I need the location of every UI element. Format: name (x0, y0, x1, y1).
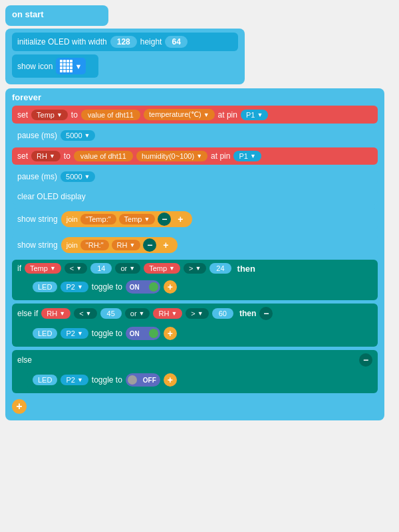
join-pill-1: join "Temp:" Temp▼ − + (61, 211, 193, 227)
set-label-1: set (17, 110, 28, 120)
chevron-down-icon: ▼ (74, 62, 82, 70)
then-label: then (237, 264, 255, 274)
on-start-block: on start (5, 5, 108, 26)
led-label-1: LED (33, 282, 57, 292)
join-pill-2: join "RH:" RH▼ − + (61, 237, 178, 253)
toggle-on-1[interactable]: ON (126, 280, 160, 294)
if-or-dropdown[interactable]: or▼ (115, 263, 140, 274)
toggle-thumb-2 (149, 329, 158, 338)
bottom-add-row: + (12, 398, 378, 414)
pause-row-1: pause (ms) 5000▼ (12, 127, 378, 144)
led-label-3: LED (33, 375, 57, 385)
set-label-2: set (17, 151, 28, 161)
show-icon-text: show icon (17, 62, 53, 71)
if-var1-dropdown[interactable]: Temp▼ (25, 263, 61, 274)
pin-dropdown-1[interactable]: P1▼ (241, 110, 268, 120)
toggle-to-label-1: toggle to (92, 282, 122, 292)
join-minus-btn-1[interactable]: − (158, 213, 171, 226)
else-label: else (17, 355, 32, 365)
set-temp-row: set Temp▼ to value of dht11 temperature(… (12, 106, 378, 124)
led-label-2: LED (33, 328, 57, 339)
else-if-led-row: LED P2▼ toggle to ON + (27, 323, 372, 343)
else-if-op1-dropdown[interactable]: <▼ (74, 308, 96, 319)
show-string-row-2: show string join "RH:" RH▼ − + (12, 234, 378, 256)
toggle-to-label-3: toggle to (92, 375, 122, 385)
toggle-state-label-1: ON (130, 284, 140, 291)
pause-label-1: pause (ms) (17, 131, 57, 140)
led-plus-btn-1[interactable]: + (164, 280, 177, 294)
else-if-block: else if RH▼ <▼ 45 or▼ RH▼ >▼ 60 then (12, 304, 378, 347)
led-plus-btn-2[interactable]: + (164, 327, 177, 340)
oled-height-value[interactable]: 64 (165, 36, 187, 48)
pin-dropdown-2[interactable]: P1▼ (233, 151, 261, 161)
pause-value-dropdown-2[interactable]: 5000▼ (61, 171, 95, 182)
rh-var-join-dropdown[interactable]: RH▼ (112, 240, 141, 250)
else-if-val1[interactable]: 45 (100, 308, 122, 319)
if-var2-dropdown[interactable]: Temp▼ (144, 263, 180, 274)
else-if-var1-dropdown[interactable]: RH▼ (41, 308, 70, 319)
init-oled-text: initialize OLED with width (17, 37, 107, 46)
icon-grid-button[interactable]: ▼ (56, 58, 86, 74)
else-if-label: else if (17, 309, 38, 318)
toggle-state-label-3: OFF (143, 377, 156, 384)
height-label: height (140, 37, 162, 46)
toggle-thumb-3 (128, 375, 137, 385)
show-icon-row: show icon ▼ (12, 54, 98, 78)
set-rh-row: set RH▼ to value of dht11 humidity(0~100… (12, 147, 378, 165)
join-plus-btn-2[interactable]: + (159, 238, 172, 252)
toggle-to-label-2: toggle to (92, 329, 122, 338)
led-pin-dropdown-1[interactable]: P2▼ (61, 282, 88, 292)
else-block: else − LED P2▼ toggle to OFF + (12, 350, 378, 393)
grid-icon (60, 60, 72, 72)
join-minus-btn-2[interactable]: − (143, 238, 156, 252)
else-if-then-label: then (239, 309, 256, 318)
led-pin-dropdown-3[interactable]: P2▼ (61, 375, 88, 385)
else-if-op2-dropdown[interactable]: >▼ (186, 308, 208, 319)
rh-string-value[interactable]: "RH:" (80, 240, 109, 250)
join-plus-btn-1[interactable]: + (174, 213, 187, 226)
else-if-condition-row: else if RH▼ <▼ 45 or▼ RH▼ >▼ 60 then (17, 307, 372, 320)
else-row: else − (17, 353, 372, 367)
main-block-container: on start initialize OLED with width 128 … (5, 5, 394, 420)
pause-value-dropdown-1[interactable]: 5000▼ (61, 130, 95, 141)
forever-label: forever (12, 92, 378, 102)
dht11-temp-pill: value of dht11 (81, 110, 140, 120)
else-if-val2[interactable]: 60 (212, 308, 233, 319)
rh-var-dropdown[interactable]: RH▼ (31, 151, 61, 161)
toggle-on-2[interactable]: ON (126, 327, 160, 340)
if-val1[interactable]: 14 (90, 263, 112, 274)
if-condition-row: if Temp▼ <▼ 14 or▼ Temp▼ >▼ 24 then (17, 263, 372, 274)
at-pin-label-2: at pin (211, 151, 230, 161)
clear-oled-text: clear OLED display (17, 192, 86, 201)
toggle-thumb-1 (149, 282, 158, 292)
else-if-minus-btn[interactable]: − (259, 307, 273, 320)
sensor-type-dropdown[interactable]: temperature(℃)▼ (144, 109, 215, 120)
on-start-label: on start (12, 9, 102, 19)
to-label-1: to (71, 110, 78, 120)
to-label-2: to (64, 151, 70, 161)
temp-string-value[interactable]: "Temp:" (80, 214, 116, 224)
else-led-row: LED P2▼ toggle to OFF + (27, 370, 372, 390)
show-string-label-1: show string (17, 215, 58, 224)
else-minus-btn[interactable]: − (359, 353, 372, 367)
led-plus-btn-3[interactable]: + (164, 373, 177, 387)
temp-var-join-dropdown[interactable]: Temp▼ (119, 214, 156, 224)
add-block-btn[interactable]: + (12, 399, 27, 414)
dht11-rh-pill: value of dht11 (74, 151, 133, 161)
sensor-type-dropdown-2[interactable]: humidity(0~100)▼ (136, 151, 207, 161)
if-block: if Temp▼ <▼ 14 or▼ Temp▼ >▼ 24 then (12, 260, 378, 300)
pause-label-2: pause (ms) (17, 172, 57, 181)
if-val2[interactable]: 24 (209, 263, 231, 274)
forever-block: forever set Temp▼ to value of dht11 temp… (5, 88, 384, 420)
show-string-row-1: show string join "Temp:" Temp▼ − + (12, 208, 378, 230)
if-op2-dropdown[interactable]: >▼ (184, 263, 206, 274)
init-oled-row: initialize OLED with width 128 height 64 (12, 33, 238, 51)
else-if-or-dropdown[interactable]: or▼ (125, 308, 150, 319)
toggle-state-label-2: ON (130, 330, 140, 337)
toggle-off-3[interactable]: OFF (126, 373, 160, 387)
led-pin-dropdown-2[interactable]: P2▼ (61, 328, 88, 339)
temp-var-dropdown[interactable]: Temp▼ (31, 110, 68, 120)
oled-width-value[interactable]: 128 (110, 36, 137, 48)
if-op1-dropdown[interactable]: <▼ (65, 263, 87, 274)
else-if-var2-dropdown[interactable]: RH▼ (153, 308, 182, 319)
